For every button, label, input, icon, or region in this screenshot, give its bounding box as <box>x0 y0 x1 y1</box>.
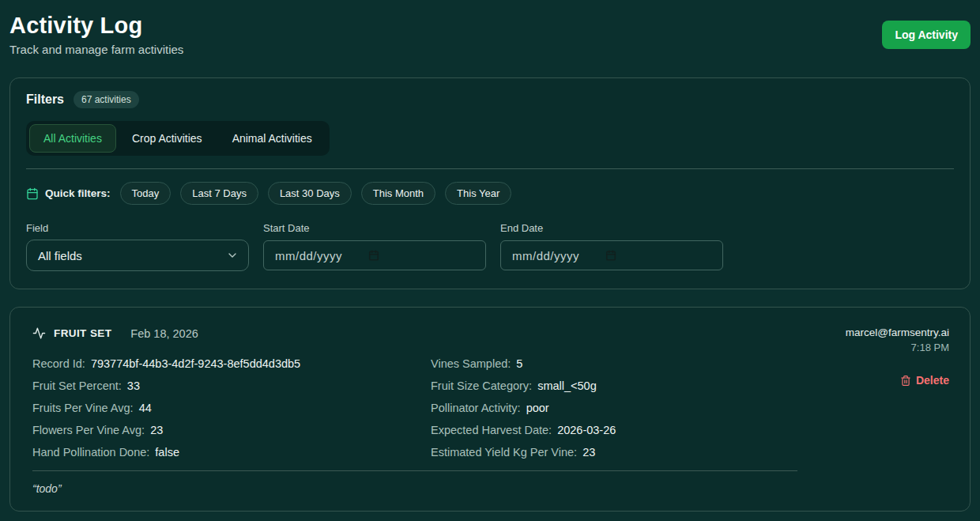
field-label: Fruits Per Vine Avg: <box>32 402 134 414</box>
field-row: Hand Pollination Done:false <box>32 446 399 459</box>
field-label: Flowers Per Vine Avg: <box>32 424 145 436</box>
chevron-down-icon <box>226 249 239 262</box>
quick-filter-last-7-days[interactable]: Last 7 Days <box>180 182 258 205</box>
end-date-group: End Date <box>500 222 723 271</box>
activity-icon <box>32 327 46 340</box>
activity-main: FRUIT SET Feb 18, 2026 Record Id:793774b… <box>32 327 797 495</box>
field-value: 33 <box>127 379 140 392</box>
filter-form-row: Field All fields Start Date <box>26 222 954 271</box>
page-header: Activity Log Track and manage farm activ… <box>9 0 971 58</box>
activity-date: Feb 18, 2026 <box>130 327 198 340</box>
field-label: Hand Pollination Done: <box>32 446 149 459</box>
field-label: Fruit Set Percent: <box>32 379 122 392</box>
field-row: Fruit Size Category:small_<50g <box>431 379 797 392</box>
field-select-value: All fields <box>38 249 82 262</box>
page-title: Activity Log <box>9 11 183 40</box>
quick-filter-last-30-days[interactable]: Last 30 Days <box>268 182 352 205</box>
quick-filter-today[interactable]: Today <box>120 182 172 205</box>
field-value: 5 <box>516 357 522 370</box>
activity-time: 7:18 PM <box>807 342 949 353</box>
quick-filter-this-year[interactable]: This Year <box>445 182 511 205</box>
activity-user-email: marcel@farmsentry.ai <box>807 327 949 338</box>
header-titles: Activity Log Track and manage farm activ… <box>9 11 183 58</box>
field-row: Estimated Yield Kg Per Vine:23 <box>431 446 797 459</box>
field-select[interactable]: All fields <box>26 240 249 271</box>
field-label: Record Id: <box>32 357 85 370</box>
quick-filter-this-month[interactable]: This Month <box>361 182 435 205</box>
field-row: Flowers Per Vine Avg:23 <box>32 424 399 436</box>
activity-header: FRUIT SET Feb 18, 2026 <box>32 327 797 340</box>
activity-note-divider <box>32 470 797 471</box>
activity-note: “todo” <box>32 482 797 495</box>
quick-filters-label: Quick filters: <box>45 187 111 199</box>
tab-crop-activities[interactable]: Crop Activities <box>118 124 217 153</box>
activities-count-badge: 67 activities <box>74 91 139 108</box>
field-value: small_<50g <box>537 379 597 392</box>
calendar-icon[interactable] <box>605 250 616 261</box>
end-date-field[interactable] <box>500 240 723 270</box>
field-row: Pollinator Activity:poor <box>431 402 797 414</box>
calendar-icon <box>26 187 39 200</box>
field-value: 793774bf-44b3-4d2f-9243-8ef5dd4d3db5 <box>91 357 300 370</box>
field-label: Vines Sampled: <box>431 357 511 370</box>
quick-filters-row: Quick filters: Today Last 7 Days Last 30… <box>26 182 954 205</box>
field-label: Pollinator Activity: <box>431 402 521 414</box>
field-row: Vines Sampled:5 <box>431 357 797 370</box>
tab-animal-activities[interactable]: Animal Activities <box>218 124 326 153</box>
activity-fields-grid: Record Id:793774bf-44b3-4d2f-9243-8ef5dd… <box>32 353 797 463</box>
field-value: false <box>155 446 179 459</box>
activity-type-tabs: All Activities Crop Activities Animal Ac… <box>26 121 330 156</box>
end-date-input[interactable] <box>512 249 597 262</box>
activity-card: FRUIT SET Feb 18, 2026 Record Id:793774b… <box>9 307 971 512</box>
activity-type: FRUIT SET <box>54 327 111 339</box>
field-value: poor <box>526 402 549 414</box>
field-label: Estimated Yield Kg Per Vine: <box>431 446 577 459</box>
field-value: 23 <box>150 424 163 436</box>
start-date-group: Start Date <box>263 222 486 271</box>
field-filter-group: Field All fields <box>26 222 249 271</box>
field-value: 2026-03-26 <box>557 424 616 436</box>
quick-filters-label-group: Quick filters: <box>26 187 111 200</box>
activity-meta: marcel@farmsentry.ai 7:18 PM Delete <box>807 327 949 495</box>
start-date-field[interactable] <box>263 240 486 270</box>
field-label: Fruit Size Category: <box>431 379 532 392</box>
page-subtitle: Track and manage farm activities <box>9 42 183 58</box>
start-date-input[interactable] <box>275 249 360 262</box>
start-date-label: Start Date <box>263 222 486 234</box>
field-value: 23 <box>582 446 595 459</box>
filters-card: Filters 67 activities All Activities Cro… <box>9 77 971 289</box>
log-activity-button[interactable]: Log Activity <box>882 21 971 49</box>
filters-title: Filters <box>26 92 64 107</box>
trash-icon <box>900 375 911 387</box>
field-row: Record Id:793774bf-44b3-4d2f-9243-8ef5dd… <box>32 357 399 370</box>
calendar-icon[interactable] <box>368 250 379 261</box>
delete-activity-button[interactable]: Delete <box>900 374 949 387</box>
field-label: Expected Harvest Date: <box>431 424 552 436</box>
field-row: Fruit Set Percent:33 <box>32 379 399 392</box>
tab-all-activities[interactable]: All Activities <box>29 124 116 153</box>
filters-divider <box>26 168 954 169</box>
delete-label: Delete <box>916 374 949 387</box>
end-date-label: End Date <box>500 222 723 234</box>
field-value: 44 <box>139 402 152 414</box>
field-row: Fruits Per Vine Avg:44 <box>32 402 399 414</box>
filters-head: Filters 67 activities <box>26 91 954 108</box>
field-label: Field <box>26 222 249 234</box>
field-row: Expected Harvest Date:2026-03-26 <box>431 424 797 436</box>
activity-log-page: Activity Log Track and manage farm activ… <box>0 0 980 512</box>
